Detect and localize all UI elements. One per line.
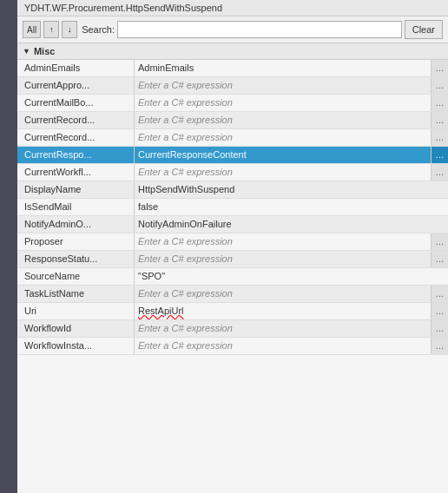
search-input[interactable] [117,21,402,38]
prop-ellipsis-btn[interactable]: … [431,320,448,337]
search-label: Search: [82,24,115,35]
prop-value[interactable]: AdminEmails [135,60,431,76]
prop-name: WorkflowId [17,320,135,337]
prop-name: Proposer [17,233,135,250]
section-header: ▼ Misc [17,43,448,60]
prop-value[interactable]: HttpSendWithSuspend [135,181,448,198]
prop-value[interactable]: Enter a C# expression [135,338,431,354]
prop-ellipsis-btn[interactable]: … [431,95,448,111]
table-row: CurrentRecord...Enter a C# expression… [17,129,448,147]
prop-name: WorkflowInsta... [17,338,135,354]
table-row: ProposerEnter a C# expression… [17,233,448,251]
prop-name: CurrentRecord... [17,112,135,128]
sort-all-btn[interactable]: All [23,21,41,38]
prop-ellipsis-btn[interactable]: … [431,303,448,319]
prop-name: CurrentRecord... [17,129,135,146]
prop-name: ResponseStatu... [17,251,135,267]
prop-ellipsis-btn[interactable]: … [431,338,448,354]
prop-value[interactable]: "SPO" [135,268,448,285]
prop-value[interactable]: CurrentResponseContent [135,147,431,163]
properties-list: AdminEmailsAdminEmails…CurrentAppro...En… [17,60,448,493]
table-row: AdminEmailsAdminEmails… [17,60,448,77]
prop-value[interactable]: RestApiUrl [135,303,431,319]
prop-value[interactable]: Enter a C# expression [135,286,431,302]
prop-ellipsis-btn[interactable]: … [431,77,448,94]
table-row: TaskListNameEnter a C# expression… [17,286,448,303]
prop-name: TaskListName [17,286,135,302]
prop-value[interactable]: Enter a C# expression [135,77,431,94]
table-row: CurrentAppro...Enter a C# expression… [17,77,448,95]
table-row: DisplayNameHttpSendWithSuspend [17,181,448,199]
sort-desc-icon: ↓ [68,25,72,34]
prop-ellipsis-btn[interactable]: … [431,251,448,267]
table-row: NotifyAdminO...NotifyAdminOnFailure [17,216,448,233]
prop-ellipsis-btn[interactable]: … [431,147,448,163]
prop-name: NotifyAdminO... [17,216,135,233]
sort-desc-btn[interactable]: ↓ [62,21,77,38]
prop-value[interactable]: Enter a C# expression [135,95,431,111]
prop-value[interactable]: Enter a C# expression [135,233,431,250]
prop-name: DisplayName [17,181,135,198]
prop-value[interactable]: NotifyAdminOnFailure [135,216,448,233]
prop-name: CurrentRespo... [17,147,135,163]
table-row: CurrentWorkfl...Enter a C# expression… [17,164,448,181]
left-sidebar [0,0,17,493]
table-row: SourceName"SPO" [17,268,448,286]
table-row: CurrentMailBo...Enter a C# expression… [17,95,448,112]
prop-name: SourceName [17,268,135,285]
main-panel: YDHT.WF.Procurement.HttpSendWithSuspend … [17,0,448,493]
prop-ellipsis-btn[interactable]: … [431,164,448,181]
table-row: ResponseStatu...Enter a C# expression… [17,251,448,268]
prop-value[interactable]: Enter a C# expression [135,320,431,337]
section-label: Misc [34,46,55,56]
table-row: IsSendMailfalse [17,199,448,216]
prop-value[interactable]: Enter a C# expression [135,129,431,146]
prop-name: AdminEmails [17,60,135,76]
prop-value[interactable]: false [135,199,448,215]
table-row: CurrentRecord...Enter a C# expression… [17,112,448,129]
prop-name: CurrentAppro... [17,77,135,94]
sort-asc-icon: ↑ [49,25,54,34]
prop-ellipsis-btn[interactable]: … [431,233,448,250]
sort-asc-btn[interactable]: ↑ [43,21,59,38]
prop-value[interactable]: Enter a C# expression [135,112,431,128]
prop-name: CurrentWorkfl... [17,164,135,181]
prop-name: IsSendMail [17,199,135,215]
prop-ellipsis-btn[interactable]: … [431,112,448,128]
table-row: UriRestApiUrl… [17,303,448,320]
table-row: WorkflowInsta...Enter a C# expression… [17,338,448,355]
table-row: WorkflowIdEnter a C# expression… [17,320,448,338]
expand-icon[interactable]: ▼ [23,47,30,56]
prop-ellipsis-btn[interactable]: … [431,60,448,76]
table-row: CurrentRespo...CurrentResponseContent… [17,147,448,164]
clear-button[interactable]: Clear [405,20,443,39]
prop-name: Uri [17,303,135,319]
title-text: YDHT.WF.Procurement.HttpSendWithSuspend [24,3,222,13]
prop-ellipsis-btn[interactable]: … [431,129,448,146]
prop-name: CurrentMailBo... [17,95,135,111]
title-bar: YDHT.WF.Procurement.HttpSendWithSuspend [17,0,448,16]
toolbar: All ↑ ↓ Search: Clear [17,16,448,43]
prop-value[interactable]: Enter a C# expression [135,164,431,181]
prop-ellipsis-btn[interactable]: … [431,286,448,302]
prop-value[interactable]: Enter a C# expression [135,251,431,267]
